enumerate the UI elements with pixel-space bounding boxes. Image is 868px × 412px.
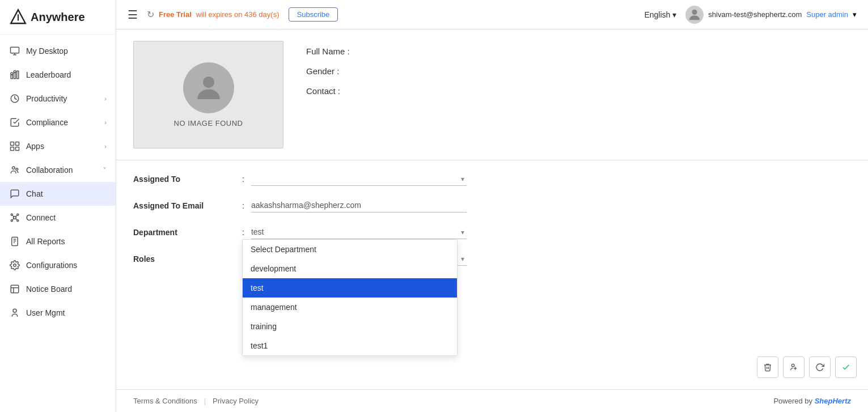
svg-line-23 (16, 215, 17, 216)
department-dropdown[interactable]: Select Department development test manag… (242, 239, 458, 356)
sidebar-item-collaboration[interactable]: Collaboration ˅ (0, 158, 116, 182)
dropdown-option-test[interactable]: test (243, 278, 457, 298)
trial-info: ↻ Free Trial will expires on 436 day(s) (147, 9, 280, 20)
header: ☰ ↻ Free Trial will expires on 436 day(s… (116, 0, 868, 29)
lang-chevron-icon: ▾ (672, 10, 676, 19)
sidebar-item-my-desktop[interactable]: My Desktop (0, 39, 116, 63)
sidebar-item-user-mgmt[interactable]: User Mgmt (0, 301, 116, 325)
svg-rect-7 (17, 71, 19, 79)
brand-name: ShepHertz (815, 397, 851, 405)
profile-section: NO IMAGE FOUND Full Name : Gender : Cont… (116, 29, 868, 160)
leaderboard-icon (9, 69, 20, 80)
subscribe-button[interactable]: Subscribe (289, 7, 338, 22)
svg-line-24 (12, 219, 14, 220)
chevron-right-icon: › (104, 119, 107, 126)
assigned-to-row: Assigned To : ▾ (133, 172, 845, 186)
chevron-right-icon: › (104, 95, 107, 102)
sidebar-item-configurations[interactable]: Configurations (0, 253, 116, 277)
svg-point-30 (14, 264, 16, 267)
svg-point-35 (692, 9, 697, 14)
chevron-down-icon: ˅ (103, 167, 107, 174)
footer: Terms & Conditions | Privacy Policy Powe… (116, 389, 868, 412)
hamburger-icon[interactable]: ☰ (128, 8, 138, 22)
svg-point-37 (791, 364, 794, 367)
avatar (685, 6, 704, 24)
svg-rect-31 (11, 285, 19, 293)
dropdown-option-training[interactable]: training (243, 317, 457, 336)
sidebar-label-connect: Connect (26, 213, 56, 222)
assigned-to-input[interactable] (251, 172, 467, 186)
user-assign-button[interactable] (783, 356, 805, 378)
svg-rect-14 (16, 147, 19, 151)
department-input[interactable] (251, 225, 467, 239)
language-label: English (644, 10, 670, 19)
svg-point-15 (12, 167, 15, 169)
refresh-icon[interactable]: ↻ (147, 9, 154, 20)
chat-icon (9, 188, 20, 199)
action-buttons (757, 356, 857, 378)
sidebar-label-my-desktop: My Desktop (26, 46, 68, 56)
app-logo[interactable]: Anywhere (0, 0, 116, 35)
svg-line-22 (12, 215, 14, 216)
collaboration-icon (9, 164, 20, 176)
svg-rect-13 (11, 147, 14, 151)
sidebar: Anywhere My Desktop Leaderboard Producti… (0, 0, 116, 412)
privacy-link[interactable]: Privacy Policy (213, 397, 259, 405)
logo-icon (9, 8, 27, 26)
svg-point-19 (17, 214, 19, 215)
svg-point-16 (16, 168, 18, 171)
sidebar-item-apps[interactable]: Apps › (0, 134, 116, 158)
department-select-wrapper[interactable]: ▾ (251, 225, 467, 239)
delete-button[interactable] (757, 356, 778, 378)
language-selector[interactable]: English ▾ (644, 10, 676, 19)
sidebar-item-connect[interactable]: Connect (0, 206, 116, 230)
svg-point-34 (13, 309, 16, 312)
sidebar-label-all-reports: All Reports (26, 237, 65, 246)
sidebar-item-notice-board[interactable]: Notice Board (0, 277, 116, 301)
svg-rect-12 (16, 142, 19, 146)
svg-point-36 (203, 77, 214, 88)
sidebar-item-leaderboard[interactable]: Leaderboard (0, 63, 116, 87)
dropdown-option-select[interactable]: Select Department (243, 240, 457, 259)
svg-point-8 (11, 73, 13, 75)
sidebar-item-productivity[interactable]: Productivity › (0, 87, 116, 111)
terms-link[interactable]: Terms & Conditions (133, 397, 197, 405)
contact-label: Contact : (306, 86, 350, 96)
avatar-placeholder (183, 62, 234, 113)
apps-icon (9, 141, 20, 152)
sidebar-item-all-reports[interactable]: All Reports (0, 230, 116, 253)
assigned-to-email-input[interactable] (251, 198, 467, 213)
footer-divider: | (204, 397, 206, 405)
user-email: shivam-test@shephertz.com (708, 10, 802, 19)
department-row: Department : ▾ Select Department develop… (133, 225, 845, 239)
user-chevron-icon: ▾ (853, 10, 857, 19)
svg-rect-2 (11, 47, 19, 53)
no-image-label: NO IMAGE FOUND (174, 119, 243, 128)
svg-line-25 (16, 219, 17, 220)
dropdown-option-development[interactable]: development (243, 259, 457, 278)
roles-row: Roles : ▾ (133, 252, 845, 266)
form-section: Assigned To : ▾ Assigned To Email : Depa… (116, 160, 868, 290)
dropdown-option-test1[interactable]: test1 (243, 336, 457, 355)
reports-icon (9, 236, 20, 247)
roles-label: Roles (133, 254, 235, 264)
user-mgmt-icon (9, 307, 20, 318)
full-name-label: Full Name : (306, 46, 350, 56)
assigned-to-email-row: Assigned To Email : (133, 198, 845, 213)
sidebar-item-chat[interactable]: Chat (0, 182, 116, 206)
desktop-icon (9, 45, 20, 57)
notice-icon (9, 283, 20, 295)
assigned-to-select-wrapper[interactable]: ▾ (251, 172, 467, 186)
save-button[interactable] (835, 356, 857, 378)
sidebar-label-chat: Chat (26, 189, 43, 198)
logo-text: Anywhere (31, 11, 85, 24)
sidebar-label-notice-board: Notice Board (26, 284, 72, 294)
sidebar-label-leaderboard: Leaderboard (26, 70, 71, 79)
dropdown-option-management[interactable]: management (243, 298, 457, 317)
user-menu[interactable]: shivam-test@shephertz.com Super admin ▾ (685, 6, 857, 24)
refresh-button[interactable] (809, 356, 831, 378)
colon-1: : (242, 175, 244, 184)
svg-point-18 (11, 214, 12, 215)
sidebar-item-compliance[interactable]: Compliance › (0, 111, 116, 134)
trial-free-label: Free Trial (159, 10, 192, 19)
